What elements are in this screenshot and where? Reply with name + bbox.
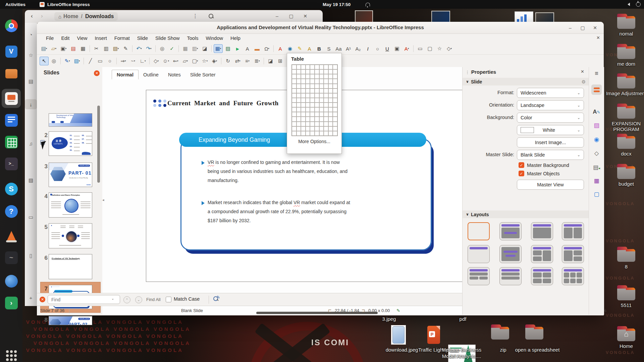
dock-item-vscode-icon[interactable]: V	[4, 44, 19, 59]
notification-bell-icon[interactable]	[366, 0, 370, 9]
back-button[interactable]: ‹	[31, 13, 33, 19]
match-case-checkbox[interactable]	[166, 297, 171, 302]
clock[interactable]: May 19 17:50	[323, 0, 351, 9]
master-view-button[interactable]: Master View	[517, 180, 584, 190]
font-color-icon[interactable]: A	[276, 44, 285, 53]
power-icon[interactable]	[636, 0, 641, 9]
layout-option-12[interactable]	[562, 267, 584, 285]
panel-collapse-handle[interactable]: ◂	[102, 198, 104, 202]
breadcrumb[interactable]: ⌂ Home / Downloads	[54, 12, 118, 21]
focused-app-indicator[interactable]: LibreOffice Impress	[40, 0, 90, 9]
files-maximize-button[interactable]: ▢	[287, 12, 295, 20]
close-document-icon[interactable]: ✕	[596, 35, 600, 40]
layout-option-9[interactable]	[468, 267, 490, 285]
redo-icon[interactable]: ↷▾	[144, 44, 153, 53]
dock-item-snap-store-icon[interactable]: ›	[4, 295, 19, 310]
tab-slide-sorter[interactable]: Slide Sorter	[185, 70, 220, 79]
search-icon[interactable]	[209, 14, 213, 20]
copy-icon[interactable]: ▥	[102, 44, 111, 53]
undo-icon[interactable]: ↶▾	[135, 44, 144, 53]
orientation-dropdown[interactable]: Landscape⌄	[517, 100, 584, 110]
dock-item-terminal-icon[interactable]: >_	[4, 156, 19, 171]
bold-icon[interactable]: B	[315, 44, 324, 53]
highlighting-icon[interactable]: ✎	[295, 44, 304, 53]
layout-option-6[interactable]	[499, 245, 522, 263]
tab-outline[interactable]: Outline	[139, 70, 163, 79]
ellipse-icon[interactable]: ○	[105, 57, 114, 65]
find-history-chevron-icon[interactable]: ⌄	[111, 297, 114, 300]
underline-icon[interactable]: U	[383, 44, 392, 53]
table-more-options[interactable]: More Options...	[287, 139, 341, 144]
find-previous-button[interactable]: ⌃	[123, 296, 130, 303]
fill-color-icon[interactable]: ▧▾	[72, 57, 82, 65]
menu-edit[interactable]: Edit	[57, 35, 73, 42]
display-views-icon[interactable]: ▥▾	[191, 44, 200, 53]
slide-thumbnail-8[interactable]: YOUR LOGOPART- 02	[49, 316, 92, 325]
find-close-icon[interactable]: ✕	[40, 297, 45, 302]
layout-option-1[interactable]	[468, 222, 490, 240]
paste-icon[interactable]: ▧▾	[111, 44, 120, 53]
files-sidebar-downloads-icon[interactable]: ↓	[25, 99, 37, 109]
curves-icon[interactable]: ~▾	[128, 57, 138, 65]
master-objects-checkbox[interactable]: ✓	[519, 171, 524, 176]
flip-icon[interactable]: ⇄▾	[233, 57, 242, 65]
menu-format[interactable]: Format	[111, 35, 133, 42]
menu-tools[interactable]: Tools	[183, 35, 202, 42]
clone-icon[interactable]: ▣	[392, 44, 401, 53]
star-shape-icon[interactable]: ☆	[435, 44, 444, 53]
callout-shapes-icon[interactable]: ▢▾	[191, 57, 200, 65]
slide-number-status[interactable]: Slide 7 of 36	[40, 308, 64, 313]
tab-normal[interactable]: Normal	[112, 70, 139, 79]
background-dropdown[interactable]: Color⌄	[517, 113, 584, 123]
find-input[interactable]	[48, 295, 120, 304]
layout-option-10[interactable]	[499, 267, 522, 285]
tab-notes[interactable]: Notes	[163, 70, 185, 79]
files-sidebar-starred-icon[interactable]: ☆	[25, 50, 37, 60]
line-color-icon[interactable]: ✎▾	[63, 57, 72, 65]
line-icon[interactable]: ╱	[86, 57, 95, 65]
background-color-dropdown[interactable]: White⌄	[517, 125, 584, 135]
files-sidebar-pictures-icon[interactable]: ▨	[25, 175, 37, 185]
master-slide-status[interactable]: Blank Slide	[181, 308, 203, 313]
shadow-icon[interactable]: ◪	[266, 57, 275, 65]
files-sidebar-new-tab-icon[interactable]: +	[25, 293, 37, 303]
block-arrows-icon[interactable]: ⇐▾	[171, 57, 180, 65]
slide-thumbnail-6[interactable]: Evolution of VR Technology	[49, 254, 92, 279]
header-footer-icon[interactable]: ▬	[253, 44, 262, 53]
font-color-dd-icon[interactable]: A▾	[402, 44, 411, 53]
desktop-folder-nomal[interactable]	[617, 16, 635, 29]
format-dropdown[interactable]: Widescreen⌄	[517, 88, 584, 98]
hyperlink-icon[interactable]: ◉	[285, 44, 294, 53]
forward-button[interactable]: ›	[41, 13, 43, 19]
menu-insert[interactable]: Insert	[91, 35, 111, 42]
slide-section-header[interactable]: ∨Slide ⚙	[463, 78, 589, 85]
shadow-toggle-icon[interactable]: ◪	[200, 44, 209, 53]
slide-title[interactable]: Current Market and Future Growth	[167, 100, 279, 107]
cut-icon[interactable]: ✂	[92, 44, 101, 53]
menu-file[interactable]: File	[42, 35, 57, 42]
flowchart-icon[interactable]: ▱▾	[181, 57, 190, 65]
basic-shapes-icon[interactable]: ◇▾	[152, 57, 161, 65]
slides-panel-close-icon[interactable]: ✕	[94, 70, 100, 76]
layout-option-3[interactable]	[531, 222, 553, 240]
desktop-folder-8[interactable]	[617, 249, 635, 262]
volume-icon[interactable]	[626, 0, 630, 9]
maximize-button[interactable]: ▢	[579, 24, 587, 32]
sidebar-master-slides-icon[interactable]: ▤◂	[591, 162, 602, 173]
dock-item-calc-icon[interactable]	[4, 134, 19, 149]
slide-thumbnail-5[interactable]: ◆	[49, 223, 92, 248]
find-and-replace-icon[interactable]: ✎	[213, 296, 218, 302]
menu-view[interactable]: View	[73, 35, 91, 42]
dock-item-impress-icon[interactable]	[4, 91, 19, 106]
menu-slide-show[interactable]: Slide Show	[152, 35, 183, 42]
connectors-icon[interactable]: ∟▾	[138, 57, 147, 65]
callout-shape-icon[interactable]: ▢	[425, 44, 434, 53]
table-icon[interactable]: ▦▾	[214, 44, 223, 53]
star-shapes-icon[interactable]: ☆▾	[200, 57, 209, 65]
align-icon[interactable]: ≡▾	[243, 57, 252, 65]
new-icon[interactable]: ▤▾	[40, 44, 49, 53]
select-icon[interactable]: ↖	[40, 57, 49, 65]
outline-font-icon[interactable]: ○	[373, 44, 382, 53]
table-size-grid[interactable]	[291, 64, 338, 136]
files-minimize-button[interactable]: –	[273, 12, 281, 20]
